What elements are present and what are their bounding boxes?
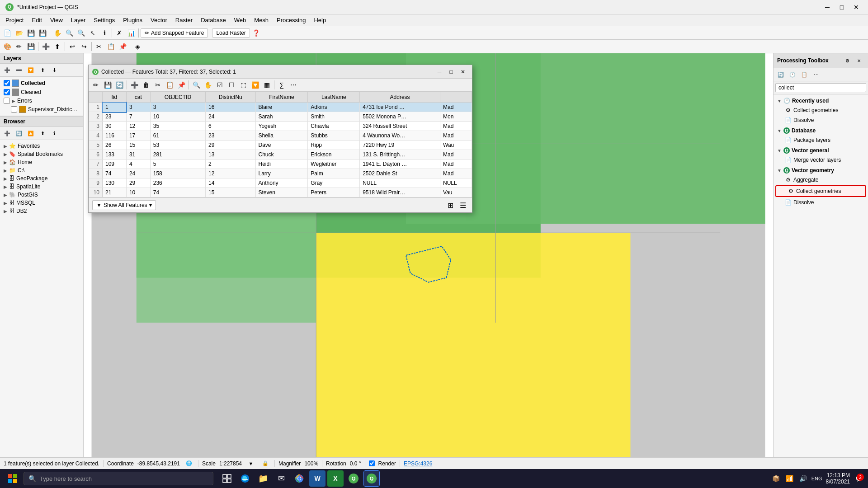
table-row[interactable]: 4 116 17 61 23 Shelia Stubbs 4 Waunona W… bbox=[89, 131, 472, 141]
tree-item-aggregate[interactable]: ⚙ Aggregate bbox=[774, 175, 868, 185]
cell-objectid[interactable]: 5 bbox=[150, 160, 205, 169]
paste-button[interactable]: 📌 bbox=[117, 41, 128, 52]
tree-item-merge-vector-layers[interactable]: 📄 Merge vector layers bbox=[774, 155, 868, 165]
cell-cat[interactable]: 24 bbox=[126, 169, 150, 178]
cell-lastname[interactable]: Adkins bbox=[308, 103, 360, 112]
cell-fid[interactable]: 109 bbox=[103, 160, 127, 169]
cell-fid[interactable]: 30 bbox=[103, 122, 127, 131]
browser-bookmarks[interactable]: 🔖Spatial Bookmarks bbox=[2, 150, 81, 158]
zoom-to-selected-button[interactable]: 🔍 bbox=[191, 80, 202, 90]
move-up-button[interactable]: ⬆ bbox=[37, 65, 48, 75]
cell-extra[interactable]: Mad bbox=[440, 103, 472, 112]
toolbox-options-button[interactable]: ⚙ bbox=[842, 55, 853, 66]
cell-firstname[interactable]: Sarah bbox=[255, 112, 308, 122]
language-icon[interactable]: ENG bbox=[811, 473, 822, 484]
cell-firstname[interactable]: Shelia bbox=[255, 131, 308, 141]
table-row[interactable]: 3 30 12 35 6 Yogesh Chawla 324 Russell S… bbox=[89, 122, 472, 131]
network-icon[interactable]: 📶 bbox=[784, 473, 795, 484]
select-all-button[interactable]: ☑ bbox=[214, 80, 225, 90]
edit-mode-button[interactable]: ✏ bbox=[14, 41, 24, 52]
attribute-table-button[interactable]: 📊 bbox=[126, 28, 137, 38]
browser-spatialite[interactable]: 🗄SpatiaLite bbox=[2, 183, 81, 191]
browser-favorites[interactable]: ⭐Favorites bbox=[2, 142, 81, 150]
browser-collapse-button[interactable]: ⬆ bbox=[37, 128, 48, 139]
taskbar-search-box[interactable]: 🔍 Type here to search bbox=[24, 472, 213, 485]
cell-extra[interactable]: NULL bbox=[440, 178, 472, 188]
cell-lastname[interactable]: Chawla bbox=[308, 122, 360, 131]
layer-supervisor[interactable]: Supervisor_Distric… bbox=[2, 105, 81, 114]
pan-to-selected-button[interactable]: ✋ bbox=[203, 80, 213, 90]
cell-fid[interactable]: 130 bbox=[103, 178, 127, 188]
table-row[interactable]: 5 26 15 53 29 Dave Ripp 7220 Hwy 19 Wau bbox=[89, 141, 472, 150]
col-districtnu[interactable]: DistrictNu bbox=[206, 92, 256, 103]
copy-button[interactable]: 📋 bbox=[105, 41, 116, 52]
cell-district[interactable]: 2 bbox=[206, 160, 256, 169]
browser-filter-button[interactable]: 🔼 bbox=[25, 128, 36, 139]
cell-objectid[interactable]: 61 bbox=[150, 131, 205, 141]
col-lastname[interactable]: LastName bbox=[308, 92, 360, 103]
toolbox-more-button[interactable]: ⋯ bbox=[811, 69, 821, 80]
cell-address[interactable]: 5502 Monona P… bbox=[360, 112, 440, 122]
cell-district[interactable]: 15 bbox=[206, 188, 256, 197]
menu-web[interactable]: Web bbox=[231, 16, 250, 24]
delete-row-button[interactable]: 🗑 bbox=[141, 80, 151, 90]
cell-district[interactable]: 24 bbox=[206, 112, 256, 122]
close-button[interactable]: ✕ bbox=[850, 3, 863, 12]
database-header[interactable]: ▼ Q Database bbox=[774, 126, 868, 135]
taskbar-task-view[interactable] bbox=[219, 470, 235, 487]
vector-general-header[interactable]: ▼ Q Vector general bbox=[774, 146, 868, 155]
vector-geometry-header[interactable]: ▼ Q Vector geometry bbox=[774, 166, 868, 175]
col-fid[interactable]: fid bbox=[103, 92, 127, 103]
add-row-button[interactable]: ➕ bbox=[129, 80, 140, 90]
coordinate-crs-button[interactable]: 🌐 bbox=[184, 458, 194, 469]
col-firstname[interactable]: FirstName bbox=[255, 92, 308, 103]
cell-objectid[interactable]: 35 bbox=[150, 122, 205, 131]
cell-lastname[interactable]: Peters bbox=[308, 188, 360, 197]
show-all-features-button[interactable]: ▼ Show All Features ▾ bbox=[92, 200, 156, 210]
save-as-button[interactable]: 💾 bbox=[37, 28, 48, 38]
cell-address[interactable]: 9518 Wild Prair… bbox=[360, 188, 440, 197]
cell-fid[interactable]: 133 bbox=[103, 150, 127, 160]
zoom-out-button[interactable]: 🔍 bbox=[75, 28, 86, 38]
table-row[interactable]: 6 133 31 281 13 Chuck Erickson 131 S. Br… bbox=[89, 150, 472, 160]
cell-district[interactable]: 13 bbox=[206, 150, 256, 160]
cell-firstname[interactable]: Yogesh bbox=[255, 122, 308, 131]
deselect-button[interactable]: ✗ bbox=[114, 28, 125, 38]
cell-cat[interactable]: 31 bbox=[126, 150, 150, 160]
browser-mssql[interactable]: 🗄MSSQL bbox=[2, 199, 81, 207]
layer-errors-group[interactable]: ▶ Errors bbox=[2, 97, 81, 105]
layer-collected[interactable]: Collected bbox=[2, 79, 81, 88]
cell-fid[interactable]: 21 bbox=[103, 188, 127, 197]
menu-view[interactable]: View bbox=[47, 16, 66, 24]
digitize-button[interactable]: ➕ bbox=[40, 41, 51, 52]
cut-button[interactable]: ✂ bbox=[94, 41, 104, 52]
reload-table-button[interactable]: 🔄 bbox=[114, 80, 125, 90]
toolbox-history-button[interactable]: 🕐 bbox=[787, 69, 798, 80]
cell-objectid[interactable]: 53 bbox=[150, 141, 205, 150]
col-rownum[interactable] bbox=[89, 92, 103, 103]
remove-layer-button[interactable]: ➖ bbox=[14, 65, 24, 75]
browser-info-button[interactable]: ℹ bbox=[49, 128, 60, 139]
tree-item-dissolve-geom[interactable]: 📄 Dissolve bbox=[774, 197, 868, 207]
invert-selection-button[interactable]: ⬚ bbox=[238, 80, 249, 90]
tree-item-collect-geometries-main[interactable]: ⚙ Collect geometries bbox=[775, 185, 866, 197]
taskbar-edge[interactable] bbox=[237, 470, 253, 487]
cell-fid[interactable]: 74 bbox=[103, 169, 127, 178]
render-checkbox[interactable] bbox=[369, 460, 375, 466]
minimize-button[interactable]: ─ bbox=[821, 3, 834, 12]
menu-database[interactable]: Database bbox=[197, 16, 230, 24]
edit-table-button[interactable]: ✏ bbox=[90, 80, 101, 90]
cell-extra[interactable]: Mon bbox=[440, 112, 472, 122]
vertex-editor-button[interactable]: ◈ bbox=[132, 41, 143, 52]
dialog-close-button[interactable]: ✕ bbox=[458, 67, 468, 76]
cell-objectid[interactable]: 158 bbox=[150, 169, 205, 178]
tree-item-collect-geometries-recent[interactable]: ⚙ Collect geometries bbox=[774, 105, 868, 115]
cell-district[interactable]: 14 bbox=[206, 178, 256, 188]
cell-cat[interactable]: 15 bbox=[126, 141, 150, 150]
col-cat[interactable]: cat bbox=[126, 92, 150, 103]
menu-plugins[interactable]: Plugins bbox=[119, 16, 146, 24]
browser-geopackage[interactable]: 🗄GeoPackage bbox=[2, 174, 81, 183]
table-row[interactable]: 10 21 10 74 15 Steven Peters 9518 Wild P… bbox=[89, 188, 472, 197]
dialog-minimize-button[interactable]: ─ bbox=[434, 67, 445, 76]
more-button[interactable]: ⋯ bbox=[288, 80, 299, 90]
